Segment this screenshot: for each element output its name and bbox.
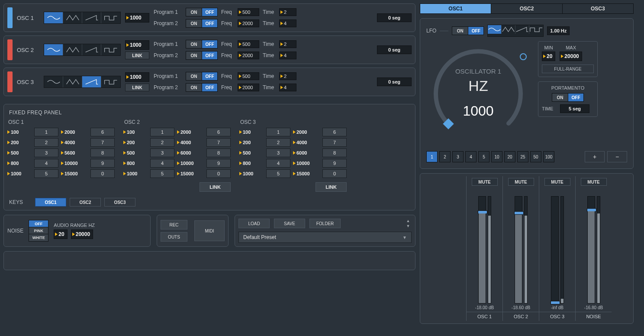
osc-freq[interactable]: 1000	[125, 13, 149, 23]
ffp-key-button[interactable]: 2	[34, 138, 58, 147]
ffp-key-button[interactable]: 1	[266, 128, 290, 136]
program-freq[interactable]: 500	[238, 8, 259, 16]
ffp-key-button[interactable]: 5	[150, 169, 174, 178]
ffp-key-button[interactable]: 6	[90, 128, 115, 136]
wave-square-icon[interactable]	[101, 44, 120, 55]
wave-triangle-icon[interactable]	[63, 76, 82, 87]
outs-button[interactable]: OUTS	[161, 232, 187, 242]
keys-button-osc3[interactable]: OSC3	[104, 198, 135, 207]
ffp-key-button[interactable]: 7	[322, 138, 347, 147]
ffp-freq[interactable]: 4000	[293, 138, 320, 147]
step-button-10[interactable]: 10	[491, 151, 502, 162]
program-off-button[interactable]: OFF	[202, 72, 217, 80]
ffp-freq[interactable]: 800	[123, 159, 148, 168]
ffp-freq[interactable]: 800	[7, 159, 32, 168]
fader-knob[interactable]	[551, 301, 560, 304]
ffp-key-button[interactable]: 5	[266, 169, 290, 178]
ffp-key-button[interactable]: 4	[266, 159, 290, 168]
ffp-freq[interactable]: 1000	[123, 169, 148, 178]
program-time[interactable]: 2	[279, 72, 296, 80]
tab-osc3[interactable]: OSC3	[563, 4, 633, 13]
step-button-5[interactable]: 5	[478, 151, 489, 162]
step-button-1[interactable]: 1	[426, 151, 438, 162]
keys-button-osc2[interactable]: OSC2	[70, 198, 101, 207]
wave-sawtooth-icon[interactable]	[82, 76, 101, 87]
ffp-key-button[interactable]: 0	[206, 169, 231, 178]
ffp-key-button[interactable]: 8	[206, 149, 231, 157]
midi-button[interactable]: MIDI	[194, 220, 225, 241]
ffp-freq[interactable]: 10000	[293, 159, 320, 168]
program-off-button[interactable]: OFF	[202, 19, 217, 27]
ffp-key-button[interactable]: 1	[150, 128, 174, 136]
osc-freq[interactable]: 1000	[125, 40, 149, 50]
ffp-freq[interactable]: 100	[123, 128, 148, 136]
program-off-button[interactable]: OFF	[202, 52, 217, 59]
ffp-key-button[interactable]: 9	[206, 159, 231, 168]
ffp-key-button[interactable]: 7	[90, 138, 115, 147]
fader-track[interactable]	[587, 196, 595, 304]
folder-button[interactable]: FOLDER	[309, 219, 341, 228]
lfo-on-button[interactable]: ON	[452, 27, 468, 35]
ffp-key-button[interactable]: 6	[322, 128, 347, 136]
wave-square-icon[interactable]	[529, 25, 543, 34]
program-time[interactable]: 4	[279, 19, 296, 27]
ffp-link-button[interactable]: LINK	[200, 182, 231, 192]
wave-triangle-icon[interactable]	[63, 12, 82, 23]
wave-sine-icon[interactable]	[44, 12, 63, 23]
program-off-button[interactable]: OFF	[202, 40, 217, 48]
fader-track[interactable]	[515, 196, 522, 304]
load-button[interactable]: LOAD	[238, 219, 270, 228]
audio-range-min[interactable]: 20	[54, 229, 67, 239]
step-minus-button[interactable]: −	[607, 151, 627, 162]
noise-off-button[interactable]: OFF	[29, 220, 48, 227]
step-button-2[interactable]: 2	[439, 151, 451, 162]
step-button-20[interactable]: 20	[504, 151, 515, 162]
step-button-25[interactable]: 25	[517, 151, 528, 162]
wave-sawtooth-icon[interactable]	[515, 25, 529, 34]
tab-osc2[interactable]: OSC2	[491, 4, 562, 13]
ffp-key-button[interactable]: 3	[34, 149, 58, 157]
program-on-button[interactable]: ON	[186, 72, 202, 80]
wave-sawtooth-icon[interactable]	[82, 44, 101, 55]
ffp-freq[interactable]: 500	[123, 149, 148, 157]
ffp-key-button[interactable]: 1	[34, 128, 58, 136]
ffp-key-button[interactable]: 9	[90, 159, 115, 168]
program-time[interactable]: 2	[279, 40, 296, 48]
program-freq[interactable]: 500	[238, 40, 259, 48]
ffp-freq[interactable]: 6000	[177, 149, 204, 157]
ffp-freq[interactable]: 2000	[61, 128, 88, 136]
ffp-freq[interactable]: 10000	[61, 159, 88, 168]
ffp-freq[interactable]: 10000	[177, 159, 204, 168]
step-button-3[interactable]: 3	[452, 151, 464, 162]
fader-track[interactable]	[551, 196, 559, 304]
program-freq[interactable]: 2000	[238, 52, 259, 59]
ffp-key-button[interactable]: 5	[34, 169, 58, 178]
ffp-freq[interactable]: 2000	[177, 128, 204, 136]
portamento-off-button[interactable]: OFF	[568, 94, 583, 101]
noise-pink-button[interactable]: PINK	[29, 227, 48, 234]
ffp-freq[interactable]: 100	[7, 128, 32, 136]
step-button-50[interactable]: 50	[530, 151, 541, 162]
ffp-key-button[interactable]: 6	[206, 128, 231, 136]
program-freq[interactable]: 2000	[238, 19, 259, 27]
ffp-freq[interactable]: 15000	[293, 169, 320, 178]
ffp-freq[interactable]: 500	[7, 149, 32, 157]
wave-triangle-icon[interactable]	[502, 25, 515, 34]
ffp-key-button[interactable]: 8	[90, 149, 115, 157]
audio-range-max[interactable]: 20000	[71, 229, 93, 239]
link-button[interactable]: LINK	[125, 84, 149, 91]
ffp-freq[interactable]: 500	[239, 149, 264, 157]
lfo-rate[interactable]: 1.00 Hz	[547, 26, 570, 35]
wave-triangle-icon[interactable]	[63, 44, 82, 55]
mute-button[interactable]: MUTE	[544, 178, 570, 186]
program-time[interactable]: 4	[279, 84, 296, 91]
program-off-button[interactable]: OFF	[202, 84, 217, 91]
keys-button-osc1[interactable]: OSC1	[35, 198, 66, 207]
ffp-freq[interactable]: 200	[7, 138, 32, 147]
ffp-freq[interactable]: 5600	[61, 149, 88, 157]
max-value[interactable]: 20000	[560, 52, 582, 61]
ffp-freq[interactable]: 4000	[61, 138, 88, 147]
program-on-button[interactable]: ON	[186, 40, 202, 48]
ffp-key-button[interactable]: 3	[150, 149, 174, 157]
ffp-key-button[interactable]: 4	[34, 159, 58, 168]
